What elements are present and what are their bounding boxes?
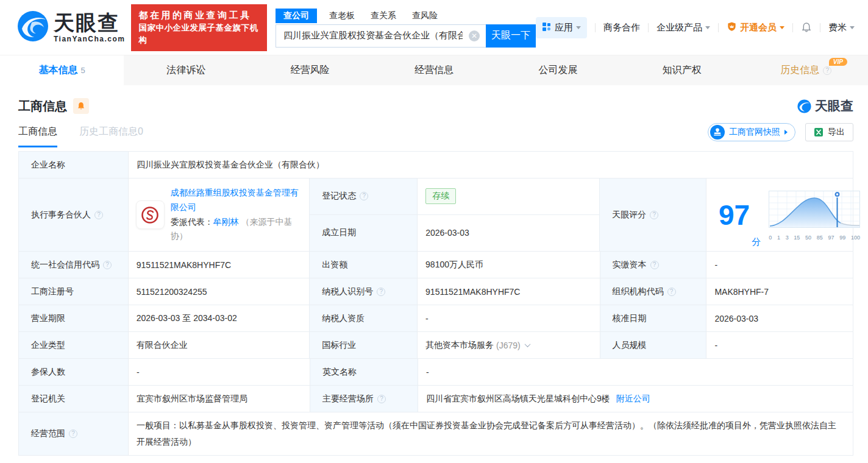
notification-bell[interactable]: [801, 22, 812, 33]
insured-count-value: -: [129, 359, 310, 385]
section-title: 工商信息: [18, 98, 67, 115]
company-type-label: 企业类型: [19, 332, 129, 358]
brand-name: 天眼查: [54, 12, 125, 33]
executive-partner-value: 成都丝路重组股权投资基金管理有限公司 委派代表：牟刚林 （来源于中基协）: [129, 178, 310, 251]
company-type-value: 有限合伙企业: [129, 332, 310, 358]
rep-name-link[interactable]: 牟刚林: [213, 217, 239, 227]
reg-authority-value: 宜宾市叙州区市场监督管理局: [129, 386, 310, 412]
export-button[interactable]: 导出: [805, 123, 853, 141]
table-row: 登记机关 宜宾市叙州区市场监督管理局 主要经营场所 ? 四川省宜宾市叙州区高场镇…: [19, 386, 853, 412]
divider: [648, 23, 649, 32]
paid-capital-label: 实缴资本 ?: [600, 252, 707, 278]
search-tab-company[interactable]: 查公司: [276, 9, 317, 23]
tab-legal-proceedings[interactable]: 法律诉讼: [124, 55, 247, 85]
question-icon[interactable]: ?: [667, 288, 676, 296]
partner-logo: [136, 200, 165, 229]
industry-value: 其他资本市场服务 (J679): [418, 332, 600, 358]
business-scope-label: 经营范围 ?: [19, 412, 129, 455]
partner-company-link[interactable]: 成都丝路重组股权投资基金管理有限公司: [171, 188, 299, 212]
tab-operating-info[interactable]: 经营信息: [372, 55, 496, 85]
company-name-label: 企业名称: [19, 152, 129, 178]
org-code-label: 组织机构代码 ?: [600, 278, 707, 305]
taxpayer-qualification-label: 纳税人资质: [310, 305, 418, 331]
nav-cooperation[interactable]: 商务合作: [603, 22, 640, 34]
bell-icon: [801, 22, 812, 33]
watermark-logo: 天眼查: [797, 97, 853, 115]
business-address-label: 主要经营场所 ?: [310, 386, 418, 412]
tab-company-development[interactable]: 公司发展: [496, 55, 620, 85]
score-label: 天眼评分 ?: [600, 178, 706, 251]
taxpayer-id-label: 纳税人识别号 ?: [310, 278, 418, 305]
slogan-line1: 都在用的商业查询工具: [138, 9, 259, 23]
official-snapshot-button[interactable]: 工商官网快照: [708, 123, 795, 141]
english-name-label: 英文名称: [310, 359, 418, 385]
establish-date-label: 成立日期: [310, 215, 418, 252]
table-row: 统一社会信用代码 ? 91511521MAK8HYHF7C 出资额 98100万…: [19, 252, 853, 278]
score-number: 97: [719, 201, 750, 229]
approval-date-label: 核准日期: [600, 305, 707, 331]
score-axis-ticks: 01 315 5085 9799 100: [769, 235, 860, 241]
subtab-business-info[interactable]: 工商信息: [18, 125, 57, 147]
business-address-value: 四川省宜宾市叙州区高场镇天光星城科创中心9楼 附近公司: [418, 386, 853, 412]
tab-count: 5: [81, 66, 85, 75]
subtab-history-business-info[interactable]: 历史工商信息0: [79, 125, 143, 147]
slogan-banner: 都在用的商业查询工具 国家中小企业发展子基金旗下机构: [131, 4, 266, 51]
search-tab-relation[interactable]: 查关系: [371, 10, 396, 21]
clear-search-icon[interactable]: ✕: [469, 30, 480, 41]
question-icon[interactable]: ?: [823, 66, 831, 75]
slogan-line2: 国家中小企业发展子基金旗下机构: [138, 22, 259, 47]
question-icon[interactable]: ?: [94, 211, 103, 219]
top-header: 天眼查 TianYanCha.com 都在用的商业查询工具 国家中小企业发展子基…: [0, 0, 868, 55]
insured-count-label: 参保人数: [19, 359, 129, 385]
table-row: 营业期限 2026-03-03 至 2034-03-02 纳税人资质 - 核准日…: [19, 305, 853, 332]
capital-label: 出资额: [310, 252, 418, 278]
nav-apps[interactable]: 应用: [536, 17, 587, 38]
question-icon[interactable]: ?: [69, 429, 77, 438]
question-icon[interactable]: ?: [377, 395, 386, 403]
chevron-down-icon[interactable]: [524, 341, 530, 347]
header-nav: 应用 商务合作 企业级产品 开通会员: [536, 17, 855, 38]
tab-operating-risk[interactable]: 经营风险: [248, 55, 372, 85]
caret-down-icon: [850, 26, 855, 29]
nearby-companies-link[interactable]: 附近公司: [616, 394, 650, 405]
table-row: 企业类型 有限合伙企业 国标行业 其他资本市场服务 (J679) 人员规模 -: [19, 332, 853, 359]
nav-enterprise[interactable]: 企业级产品: [656, 22, 710, 34]
search-tab-risk[interactable]: 查风险: [412, 10, 438, 21]
search-button[interactable]: 天眼一下: [486, 24, 536, 48]
industry-label: 国标行业: [310, 332, 418, 358]
divider: [792, 23, 793, 32]
question-icon[interactable]: ?: [650, 261, 659, 269]
search-tab-boss[interactable]: 查老板: [329, 10, 355, 21]
divider: [718, 23, 719, 32]
rep-label: 委派代表：: [171, 217, 213, 227]
taxpayer-id-value: 91511521MAK8HYHF7C: [418, 278, 600, 305]
question-icon[interactable]: ?: [377, 288, 385, 296]
company-nav-tabs: 基本信息 5 法律诉讼 经营风险 经营信息 公司发展 知识产权 历史信息 ? V…: [0, 55, 868, 85]
establish-date-value: 2026-03-03: [418, 215, 599, 252]
tab-history-info[interactable]: 历史信息 ? VIP: [744, 55, 868, 85]
divider: [595, 23, 596, 32]
search-tabs: 查公司 查老板 查关系 查风险: [276, 8, 536, 24]
divider: [820, 23, 820, 32]
question-icon[interactable]: ?: [650, 211, 658, 219]
nav-open-membership[interactable]: 开通会员: [727, 21, 784, 34]
question-icon[interactable]: ?: [360, 192, 368, 200]
tab-basic-info[interactable]: 基本信息 5: [0, 55, 124, 85]
tab-intellectual-property[interactable]: 知识产权: [620, 55, 744, 85]
question-icon[interactable]: ?: [103, 261, 112, 269]
approval-date-value: 2026-03-03: [706, 305, 853, 331]
brand-domain: TianYanCha.com: [54, 35, 125, 43]
subscribe-bell-button[interactable]: [73, 98, 89, 114]
nav-user-menu[interactable]: 费米: [828, 22, 855, 34]
caret-down-icon: [780, 26, 784, 29]
staff-size-label: 人员规模: [600, 332, 707, 358]
reg-authority-label: 登记机关: [19, 386, 129, 412]
reg-number-value: 511521200324255: [129, 278, 310, 305]
brand-logo-icon: [17, 10, 49, 44]
tianyancha-logo[interactable]: 天眼查 TianYanCha.com: [17, 10, 125, 44]
excel-icon: [814, 127, 824, 137]
reg-status-value: 存续: [418, 178, 599, 214]
search-input[interactable]: [276, 24, 486, 48]
company-name-value: 四川振业兴宜股权投资基金合伙企业（有限合伙）: [129, 152, 853, 178]
paid-capital-value: -: [706, 252, 853, 278]
